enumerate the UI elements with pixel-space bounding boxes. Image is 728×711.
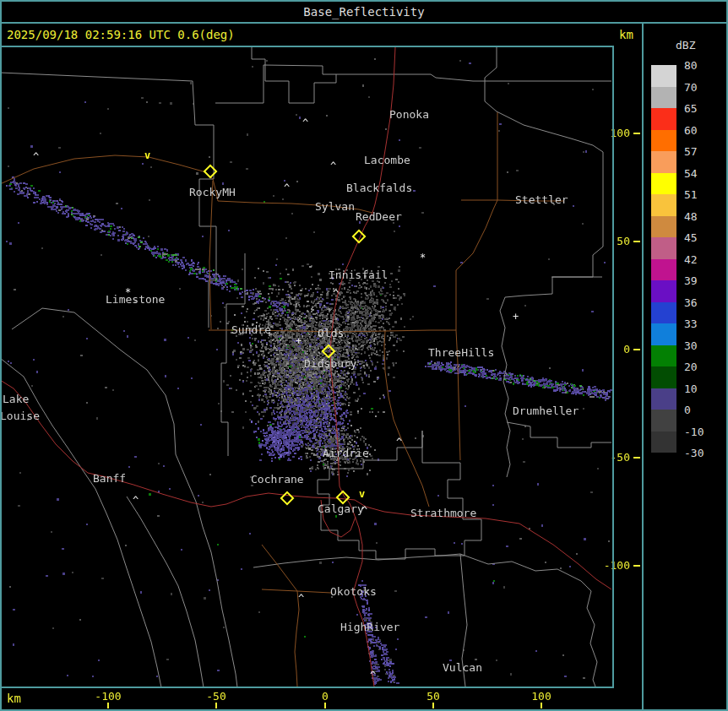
city-label: Ponoka xyxy=(389,109,429,120)
caret-marker: ^ xyxy=(298,594,304,603)
x-axis-tick-mark xyxy=(215,703,217,708)
city-label: Strathmore xyxy=(410,507,476,518)
city-label: Lacombe xyxy=(364,155,410,166)
x-axis-tick-mark xyxy=(324,703,326,708)
x-axis-tick-mark xyxy=(107,703,109,708)
radar-app-window: Base_Reflectivity 2025/09/18 02:59:16 UT… xyxy=(0,0,728,711)
legend-title: dBZ xyxy=(676,39,695,52)
vee-marker: v xyxy=(144,151,150,160)
city-label: Louise xyxy=(0,410,40,421)
city-label: Lake xyxy=(3,393,29,404)
city-label: RockyMH xyxy=(189,187,236,198)
legend-color-box xyxy=(651,216,676,238)
legend-color-box xyxy=(651,237,676,259)
legend-color-box xyxy=(651,151,676,173)
legend-value-label: 51 xyxy=(684,188,718,201)
x-axis-tick-mark xyxy=(432,703,434,708)
city-label: Calgary xyxy=(318,503,364,514)
city-label: Stettler xyxy=(515,194,568,205)
city-label: Airdrie xyxy=(323,448,369,459)
city-label: Didsbury xyxy=(304,358,357,369)
legend-color-box xyxy=(651,280,676,302)
plus-marker: + xyxy=(296,337,302,345)
legend-value-label: 30 xyxy=(684,339,718,352)
legend-value-label: 65 xyxy=(684,102,718,115)
legend-color-box xyxy=(651,323,676,345)
legend-value-label: 57 xyxy=(684,145,718,158)
y-axis-tick-mark xyxy=(633,565,640,567)
plus-marker: + xyxy=(513,312,519,321)
legend-value-label: 60 xyxy=(684,124,718,137)
legend-color-box xyxy=(651,366,676,388)
x-axis-tick-label: 0 xyxy=(300,690,350,703)
site-diamond-marker xyxy=(280,491,295,506)
city-label: Drumheller xyxy=(513,405,579,416)
x-axis-tick-label: 100 xyxy=(516,690,567,703)
city-label: Vulcan xyxy=(443,662,482,673)
legend-value-label: 54 xyxy=(684,167,718,180)
asterisk-marker: * xyxy=(420,253,426,262)
legend-value-label: 0 xyxy=(684,404,718,416)
legend-value-label: 42 xyxy=(684,253,718,266)
city-label: Olds xyxy=(318,328,344,339)
x-axis-tick-label: -50 xyxy=(191,690,242,703)
y-axis-tick-mark xyxy=(633,457,640,459)
y-axis-tick-mark xyxy=(633,241,640,242)
city-label: Limestone xyxy=(106,294,165,305)
frame-title-divider xyxy=(0,22,728,24)
legend-color-box xyxy=(651,410,676,431)
map-border-bottom xyxy=(2,687,614,688)
legend-color-box xyxy=(651,302,676,324)
legend-value-label: 36 xyxy=(684,296,718,309)
x-axis-tick-label: 50 xyxy=(408,690,459,703)
y-axis-tick-mark xyxy=(633,349,640,350)
legend-value-label: 33 xyxy=(684,318,718,330)
x-axis-tick-label: -100 xyxy=(83,690,133,703)
caret-marker: ^ xyxy=(33,153,39,161)
city-label: HighRiver xyxy=(340,621,399,632)
city-label: Okotoks xyxy=(330,586,377,597)
legend-color-box xyxy=(651,431,676,453)
legend-value-label: 70 xyxy=(684,81,718,94)
frame-top xyxy=(0,0,728,2)
caret-marker: ^ xyxy=(133,497,139,505)
legend-color-box xyxy=(651,65,676,87)
legend-value-label: -30 xyxy=(684,447,718,459)
legend-color-box xyxy=(651,108,676,130)
legend-value-label: 80 xyxy=(684,59,718,72)
legend-color-box xyxy=(651,388,676,410)
caret-marker: ^ xyxy=(396,438,402,447)
legend-color-box xyxy=(651,345,676,367)
caret-marker: ^ xyxy=(333,290,339,298)
site-diamond-marker xyxy=(322,345,336,359)
map-labels-layer: PonokaLacombeBlackfaldsSylvanRedDeerStet… xyxy=(0,0,642,711)
legend-value-label: 39 xyxy=(684,274,718,287)
city-label: Cochrane xyxy=(251,474,304,485)
legend-value-label: 45 xyxy=(684,231,718,244)
caret-marker: ^ xyxy=(284,184,290,193)
site-diamond-marker xyxy=(352,230,367,244)
y-axis-tick-mark xyxy=(633,133,640,134)
caret-marker: ^ xyxy=(302,119,308,128)
legend-color-box xyxy=(651,87,676,109)
caret-marker: ^ xyxy=(370,671,376,680)
city-label: ThreeHills xyxy=(428,347,494,358)
site-diamond-marker xyxy=(204,165,218,179)
legend-divider xyxy=(642,24,644,709)
city-label: Sylvan xyxy=(315,201,355,212)
legend-color-box xyxy=(651,259,676,281)
city-label: Banff xyxy=(93,473,126,484)
map-border-top xyxy=(2,46,614,47)
city-label: Sundre xyxy=(231,324,271,335)
vee-marker: v xyxy=(359,490,365,498)
legend-value-label: 20 xyxy=(684,361,718,373)
caret-marker: ^ xyxy=(361,507,367,515)
map-border-right xyxy=(612,46,614,688)
city-label: Innisfail xyxy=(329,269,388,280)
frame-left xyxy=(0,0,2,711)
legend-value-label: 10 xyxy=(684,383,718,395)
legend-color-box xyxy=(651,194,676,216)
x-axis-unit-label: km xyxy=(7,692,21,705)
legend-value-label: -10 xyxy=(684,426,718,438)
city-label: RedDeer xyxy=(356,211,402,222)
